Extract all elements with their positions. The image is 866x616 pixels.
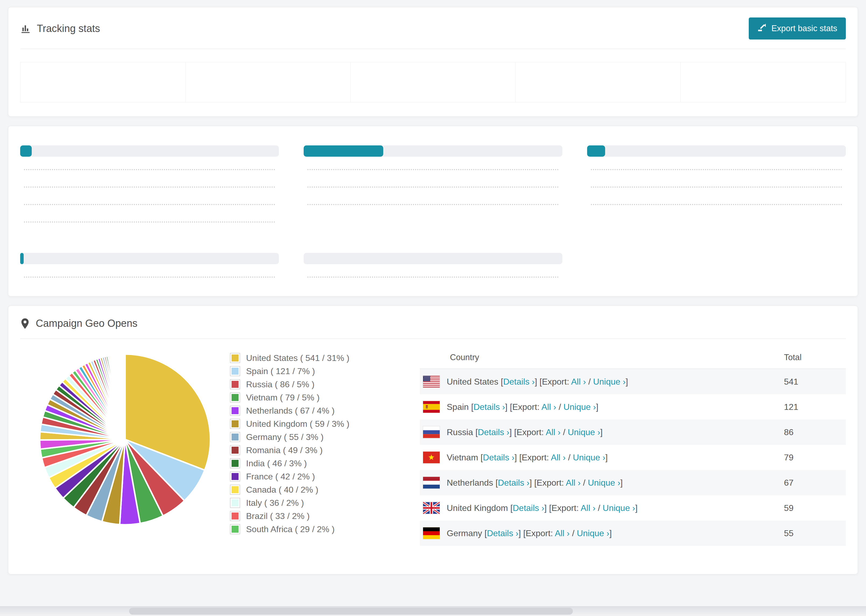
export-all-link[interactable]: All › xyxy=(542,402,556,412)
dotted-leader xyxy=(24,222,275,223)
legend-item: Vietnam ( 79 / 5% ) xyxy=(230,392,405,402)
us-flag-icon xyxy=(423,376,440,388)
details-link[interactable]: Details › xyxy=(503,377,535,387)
nl-flag-icon xyxy=(423,477,440,489)
rate-stat-row xyxy=(304,187,562,190)
rate-progress-track xyxy=(304,253,562,264)
map-pin-icon xyxy=(20,318,30,329)
summary-stat-clicks xyxy=(185,62,351,102)
total-cell: 121 xyxy=(784,402,846,412)
total-cell: 79 xyxy=(784,453,846,462)
export-all-link[interactable]: All › xyxy=(546,427,561,437)
legend-swatch xyxy=(230,445,240,455)
legend-item: France ( 42 / 2% ) xyxy=(230,471,405,482)
rate-panel-bounce-rate xyxy=(587,138,846,225)
dotted-leader xyxy=(591,187,842,188)
legend-label: United Kingdom ( 59 / 3% ) xyxy=(246,419,350,429)
rate-progress-track xyxy=(587,145,846,157)
dotted-leader xyxy=(591,204,842,205)
export-unique-link[interactable]: Unique › xyxy=(573,453,605,462)
export-unique-link[interactable]: Unique › xyxy=(564,402,596,412)
legend-label: Romania ( 49 / 3% ) xyxy=(246,445,323,455)
total-column-header: Total xyxy=(784,353,846,362)
legend-label: Spain ( 121 / 7% ) xyxy=(246,366,315,376)
summary-stat-unsubscribes xyxy=(350,62,516,102)
country-column-header: Country xyxy=(420,353,784,362)
legend-swatch xyxy=(230,419,240,429)
tracking-stats-card: Tracking stats Export basic stats xyxy=(8,7,858,117)
geo-table-row-vn: Vietnam [Details ›] [Export: All › / Uni… xyxy=(420,445,846,470)
details-link[interactable]: Details › xyxy=(474,402,505,412)
details-link[interactable]: Details › xyxy=(513,503,544,513)
geo-table-row-de: Germany [Details ›] [Export: All › / Uni… xyxy=(420,520,846,546)
export-unique-link[interactable]: Unique › xyxy=(603,503,635,513)
rate-stat-row xyxy=(304,277,562,280)
details-link[interactable]: Details › xyxy=(478,427,509,437)
export-unique-link[interactable]: Unique › xyxy=(593,377,625,387)
geo-pie-chart xyxy=(20,346,230,546)
legend-swatch xyxy=(230,379,240,390)
dotted-leader xyxy=(24,169,275,170)
rate-progress-track xyxy=(20,253,279,264)
geo-opens-card: Campaign Geo Opens United States ( 541 /… xyxy=(8,306,858,574)
rate-panel-complaints-rate xyxy=(304,246,562,280)
rate-stat-row xyxy=(20,277,279,280)
gb-flag-icon xyxy=(423,502,440,514)
rate-progress-track xyxy=(20,145,279,157)
geo-table-row-ru: Russia [Details ›] [Export: All › / Uniq… xyxy=(420,420,846,445)
dotted-leader xyxy=(591,169,842,170)
country-cell: Netherlands [Details ›] [Export: All › /… xyxy=(447,478,784,488)
legend-swatch xyxy=(230,432,240,442)
rate-stat-row xyxy=(587,204,846,207)
legend-label: France ( 42 / 2% ) xyxy=(246,472,315,482)
country-cell: Spain [Details ›] [Export: All › / Uniqu… xyxy=(447,402,784,412)
details-link[interactable]: Details › xyxy=(483,453,515,462)
legend-label: Brazil ( 33 / 2% ) xyxy=(246,511,310,521)
export-all-link[interactable]: All › xyxy=(555,528,570,538)
export-all-link[interactable]: All › xyxy=(551,453,565,462)
dotted-leader xyxy=(307,169,559,170)
summary-stats-row xyxy=(20,62,846,102)
export-basic-stats-button[interactable]: Export basic stats xyxy=(749,17,846,39)
legend-label: South Africa ( 29 / 2% ) xyxy=(246,524,335,534)
total-cell: 67 xyxy=(784,478,846,488)
legend-swatch xyxy=(230,458,240,468)
geo-table-row-gb: United Kingdom [Details ›] [Export: All … xyxy=(420,495,846,520)
de-flag-icon xyxy=(423,527,440,539)
details-link[interactable]: Details › xyxy=(487,528,518,538)
dotted-leader xyxy=(307,187,559,188)
legend-label: Netherlands ( 67 / 4% ) xyxy=(246,406,335,416)
dotted-leader xyxy=(307,277,559,278)
rate-progress-fill xyxy=(304,145,383,157)
tracking-stats-title: Tracking stats xyxy=(20,23,100,35)
rate-stat-row xyxy=(587,169,846,173)
dotted-leader xyxy=(24,187,275,188)
es-flag-icon xyxy=(423,401,440,413)
summary-stat-complaints xyxy=(515,62,681,102)
legend-item: Canada ( 40 / 2% ) xyxy=(230,485,405,495)
rates-card xyxy=(8,126,858,297)
rate-stat-row xyxy=(587,187,846,190)
legend-item: Brazil ( 33 / 2% ) xyxy=(230,511,405,521)
export-all-link[interactable]: All › xyxy=(571,377,586,387)
country-cell: United States [Details ›] [Export: All ›… xyxy=(447,377,784,387)
legend-swatch xyxy=(230,353,240,363)
legend-item: Italy ( 36 / 2% ) xyxy=(230,498,405,508)
legend-swatch xyxy=(230,471,240,482)
export-unique-link[interactable]: Unique › xyxy=(568,427,600,437)
export-unique-link[interactable]: Unique › xyxy=(577,528,609,538)
export-all-link[interactable]: All › xyxy=(566,478,581,487)
rates-grid xyxy=(20,138,846,280)
dotted-leader xyxy=(24,277,275,278)
tracking-stats-header: Tracking stats Export basic stats xyxy=(20,17,846,39)
details-link[interactable]: Details › xyxy=(498,478,529,487)
geo-pie-legend: United States ( 541 / 31% ) Spain ( 121 … xyxy=(230,346,405,546)
legend-item: Netherlands ( 67 / 4% ) xyxy=(230,405,405,416)
horizontal-scrollbar-track[interactable] xyxy=(0,606,866,616)
horizontal-scrollbar-thumb[interactable] xyxy=(129,608,573,614)
legend-label: Vietnam ( 79 / 5% ) xyxy=(246,393,320,402)
legend-label: Russia ( 86 / 5% ) xyxy=(246,379,314,390)
country-cell: United Kingdom [Details ›] [Export: All … xyxy=(447,503,784,513)
export-unique-link[interactable]: Unique › xyxy=(588,478,620,487)
export-all-link[interactable]: All › xyxy=(581,503,595,513)
